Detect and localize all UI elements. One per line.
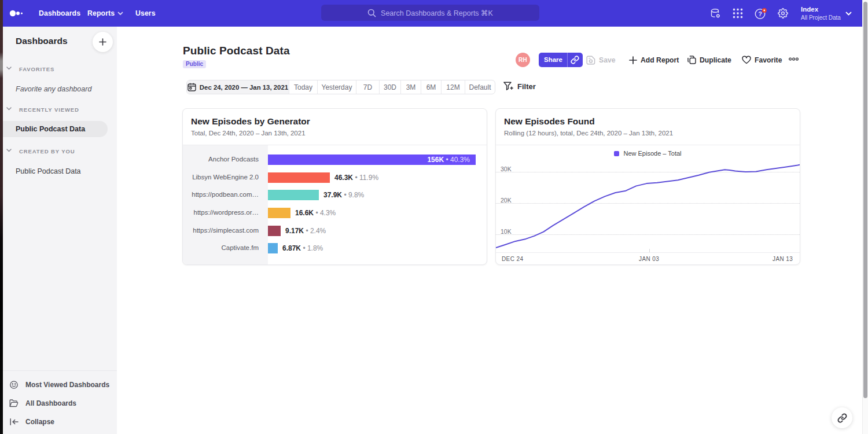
svg-text:?: ? (758, 10, 762, 17)
